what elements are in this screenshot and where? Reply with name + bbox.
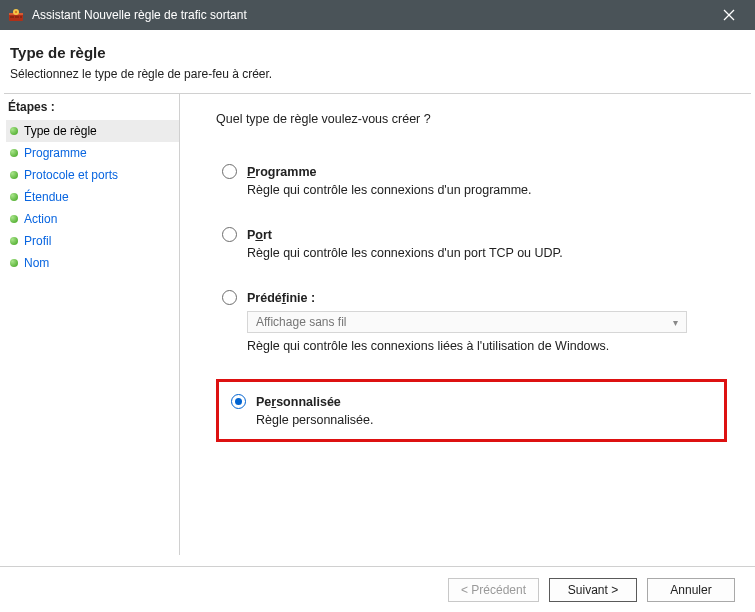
step-bullet-icon — [10, 127, 18, 135]
option-label: Personnalisée — [256, 395, 341, 409]
option-port: Port Règle qui contrôle les connexions d… — [216, 223, 727, 264]
svg-rect-4 — [20, 16, 22, 18]
close-button[interactable] — [709, 0, 749, 30]
close-icon — [723, 9, 735, 21]
wizard-footer: < Précédent Suivant > Annuler — [0, 566, 755, 612]
wizard-body: Étapes : Type de règle Programme Protoco… — [0, 94, 755, 555]
radio-icon — [222, 227, 237, 242]
step-label: Protocole et ports — [24, 168, 118, 182]
step-bullet-icon — [10, 215, 18, 223]
step-nom[interactable]: Nom — [6, 252, 179, 274]
back-button: < Précédent — [448, 578, 539, 602]
step-label: Action — [24, 212, 57, 226]
radio-icon — [222, 164, 237, 179]
radio-port[interactable]: Port — [222, 227, 721, 242]
step-profil[interactable]: Profil — [6, 230, 179, 252]
option-description: Règle qui contrôle les connexions d'un p… — [247, 183, 721, 197]
step-action[interactable]: Action — [6, 208, 179, 230]
svg-rect-2 — [10, 16, 14, 18]
option-personnalisee-highlight: Personnalisée Règle personnalisée. — [216, 379, 727, 442]
step-type-de-regle[interactable]: Type de règle — [6, 120, 179, 142]
step-bullet-icon — [10, 149, 18, 157]
step-bullet-icon — [10, 193, 18, 201]
option-programme: Programme Règle qui contrôle les connexi… — [216, 160, 727, 201]
step-label: Programme — [24, 146, 87, 160]
svg-point-6 — [15, 11, 17, 13]
wizard-header: Type de règle Sélectionnez le type de rè… — [0, 30, 755, 93]
rule-type-options: Programme Règle qui contrôle les connexi… — [216, 160, 727, 442]
option-description: Règle qui contrôle les connexions d'un p… — [247, 246, 721, 260]
page-subtitle: Sélectionnez le type de règle de pare-fe… — [10, 67, 745, 81]
step-bullet-icon — [10, 171, 18, 179]
step-label: Type de règle — [24, 124, 97, 138]
cancel-button[interactable]: Annuler — [647, 578, 735, 602]
titlebar: Assistant Nouvelle règle de trafic sorta… — [0, 0, 755, 30]
steps-heading: Étapes : — [8, 100, 179, 114]
option-predefinie: Prédéfinie : Affichage sans fil ▾ Règle … — [216, 286, 727, 357]
step-label: Profil — [24, 234, 51, 248]
step-protocole-et-ports[interactable]: Protocole et ports — [6, 164, 179, 186]
predefined-select-value: Affichage sans fil — [256, 315, 347, 329]
predefined-select[interactable]: Affichage sans fil ▾ — [247, 311, 687, 333]
radio-programme[interactable]: Programme — [222, 164, 721, 179]
radio-icon — [231, 394, 246, 409]
step-label: Étendue — [24, 190, 69, 204]
option-description: Règle personnalisée. — [256, 413, 712, 427]
step-label: Nom — [24, 256, 49, 270]
page-title: Type de règle — [10, 44, 745, 61]
option-description: Règle qui contrôle les connexions liées … — [247, 339, 721, 353]
radio-personnalisee[interactable]: Personnalisée — [231, 394, 712, 409]
steps-panel: Étapes : Type de règle Programme Protoco… — [0, 94, 180, 555]
firewall-app-icon — [8, 7, 24, 23]
content-prompt: Quel type de règle voulez-vous créer ? — [216, 112, 727, 126]
option-label: Programme — [247, 165, 316, 179]
window-title: Assistant Nouvelle règle de trafic sorta… — [32, 8, 709, 22]
option-personnalisee: Personnalisée Règle personnalisée. — [225, 390, 718, 431]
option-label: Prédéfinie : — [247, 291, 315, 305]
svg-rect-3 — [15, 16, 19, 18]
radio-predefinie[interactable]: Prédéfinie : — [222, 290, 721, 305]
content-panel: Quel type de règle voulez-vous créer ? P… — [180, 94, 755, 555]
step-bullet-icon — [10, 237, 18, 245]
next-button[interactable]: Suivant > — [549, 578, 637, 602]
radio-icon — [222, 290, 237, 305]
chevron-down-icon: ▾ — [673, 317, 678, 328]
step-etendue[interactable]: Étendue — [6, 186, 179, 208]
option-label: Port — [247, 228, 272, 242]
step-bullet-icon — [10, 259, 18, 267]
step-programme[interactable]: Programme — [6, 142, 179, 164]
